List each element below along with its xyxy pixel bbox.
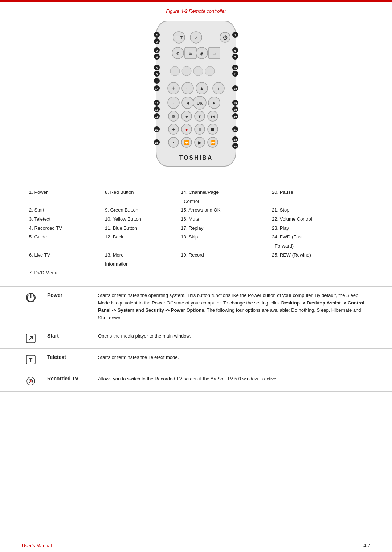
legend-item: 15. Arrows and OK: [181, 206, 272, 215]
svg-text:4: 4: [156, 56, 158, 59]
legend-col1: 1. Power 2. Start 3. Teletext 4. Recorde…: [29, 188, 105, 278]
svg-text:25: 25: [155, 141, 159, 144]
footer: User's Manual 4-7: [0, 539, 392, 552]
svg-text:1: 1: [234, 34, 236, 37]
legend-col3: 14. Channel/Page Control 15. Arrows and …: [181, 188, 272, 278]
svg-text:⚙: ⚙: [172, 114, 175, 119]
svg-text:2: 2: [156, 34, 158, 37]
svg-text:+: +: [172, 126, 175, 132]
page: Figure 4-2 Remote controller ⬜T ↗ ⏻ 2 3: [0, 0, 392, 552]
legend-item: 3. Teletext: [29, 215, 105, 224]
footer-page-number: 4-7: [363, 543, 370, 548]
svg-text:21: 21: [234, 128, 237, 131]
svg-text:←: ←: [185, 86, 190, 91]
remote-diagram: ⬜T ↗ ⏻ 2 3 1 5 4 6: [0, 17, 392, 181]
figure-title: Figure 4-2 Remote controller: [0, 8, 392, 14]
legend-item: 12. Back: [105, 233, 181, 242]
svg-point-39: [193, 66, 203, 76]
svg-text:▼: ▼: [198, 114, 202, 119]
svg-text:19: 19: [155, 115, 159, 118]
legend-item: 18. Skip: [181, 233, 272, 242]
remote-svg: ⬜T ↗ ⏻ 2 3 1 5 4 6: [120, 17, 272, 181]
teletext-row: T Teletext Starts or terminates the Tele…: [0, 349, 392, 370]
footer-manual-label: User's Manual: [22, 543, 52, 548]
power-icon: [22, 292, 40, 303]
recorded-tv-description: Allows you to switch to the Recorded TV …: [98, 375, 370, 383]
description-table: Power Starts or terminates the operating…: [0, 286, 392, 392]
top-border: [0, 1, 392, 2]
legend-item: 19. Record: [181, 251, 272, 260]
legend-item: 16. Mute: [181, 215, 272, 224]
svg-point-37: [170, 66, 180, 76]
svg-text:16: 16: [155, 108, 159, 111]
svg-text:15: 15: [234, 102, 237, 105]
legend-item: 23. Play: [272, 224, 363, 233]
svg-text:20: 20: [234, 115, 237, 118]
svg-text:TOSHIBA: TOSHIBA: [179, 155, 213, 161]
start-row: Start Opens the media player to the main…: [0, 327, 392, 349]
legend-item: 13. More: [105, 251, 181, 260]
svg-text:12: 12: [155, 80, 159, 83]
legend-item: 22. Volume Control: [272, 215, 363, 224]
svg-text:-: -: [173, 100, 174, 106]
legend-item: Information: [105, 260, 181, 269]
svg-text:13: 13: [234, 87, 237, 90]
svg-text:•: •: [173, 105, 174, 109]
legend-item: [105, 242, 181, 251]
svg-text:11: 11: [234, 73, 237, 76]
svg-text:▭: ▭: [212, 51, 216, 56]
svg-text:24: 24: [234, 145, 237, 148]
legend-item: [29, 197, 105, 206]
svg-point-40: [205, 66, 215, 76]
legend-item: 14. Channel/Page: [181, 188, 272, 197]
svg-text:18: 18: [234, 108, 237, 111]
svg-text:7: 7: [234, 56, 236, 59]
legend-item: 1. Power: [29, 188, 105, 197]
svg-text:10: 10: [234, 66, 237, 70]
svg-text:23: 23: [234, 138, 237, 142]
legend-item: 6. Live TV: [29, 251, 105, 260]
legend: 1. Power 2. Start 3. Teletext 4. Recorde…: [0, 188, 392, 278]
legend-col2: 8. Red Button 9. Green Button 10. Yellow…: [105, 188, 181, 278]
recorded-tv-icon: [22, 375, 40, 386]
legend-item: 5. Guide: [29, 233, 105, 242]
svg-text:i: i: [218, 86, 219, 91]
svg-text:3: 3: [156, 40, 158, 44]
legend-item: 11. Blue Button: [105, 224, 181, 233]
svg-text:⚙: ⚙: [176, 51, 180, 56]
svg-text:▶: ▶: [198, 140, 202, 145]
svg-text:►: ►: [212, 100, 217, 106]
legend-col4: 20. Pause 21. Stop 22. Volume Control 23…: [272, 188, 363, 278]
svg-point-38: [182, 66, 191, 76]
legend-item: 20. Pause: [272, 188, 363, 197]
svg-text:●: ●: [185, 127, 188, 132]
svg-text:-: -: [173, 139, 175, 145]
svg-text:⏭: ⏭: [211, 114, 215, 119]
legend-item: [181, 242, 272, 251]
legend-item: 25. REW (Rewind): [272, 251, 363, 260]
svg-text:T: T: [29, 357, 33, 363]
svg-text:14: 14: [155, 87, 159, 90]
power-description: Starts or terminates the operating syste…: [98, 292, 370, 322]
start-label: Start: [47, 332, 91, 339]
legend-item: 9. Green Button: [105, 206, 181, 215]
start-icon: [22, 332, 40, 343]
legend-item: 17. Replay: [181, 224, 272, 233]
svg-text:9: 9: [156, 66, 158, 70]
legend-item: 2. Start: [29, 206, 105, 215]
svg-point-118: [30, 380, 32, 382]
svg-text:⏻: ⏻: [223, 35, 228, 40]
recorded-tv-label: Recorded TV: [47, 375, 91, 381]
teletext-icon: T: [22, 354, 40, 365]
legend-item: 10. Yellow Button: [105, 215, 181, 224]
start-description: Opens the media player to the main windo…: [98, 332, 370, 340]
teletext-description: Starts or terminates the Teletext mode.: [98, 354, 370, 361]
legend-item: [105, 197, 181, 206]
svg-text:5: 5: [156, 49, 158, 52]
legend-item: 4. Recorded TV: [29, 224, 105, 233]
recorded-tv-row: Recorded TV Allows you to switch to the …: [0, 370, 392, 392]
svg-text:17: 17: [155, 102, 159, 105]
legend-item: [272, 197, 363, 206]
svg-text:◉: ◉: [200, 51, 204, 56]
legend-item: 8. Red Button: [105, 188, 181, 197]
